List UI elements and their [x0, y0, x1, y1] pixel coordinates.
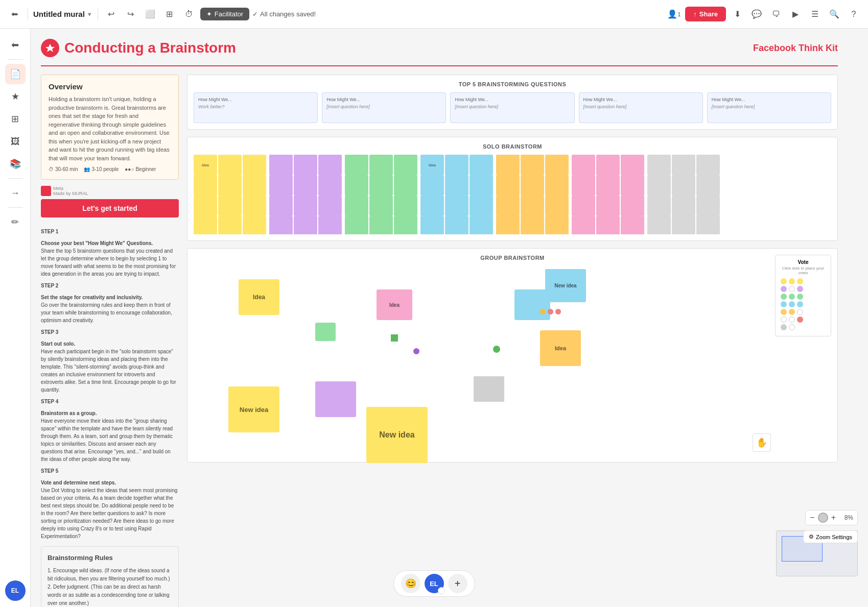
sticky-b9	[470, 196, 493, 216]
vote-dot-p2-empty[interactable]	[789, 286, 795, 292]
search-button[interactable]: 🔍	[826, 6, 842, 22]
add-participant-button[interactable]: +	[448, 574, 467, 593]
sidebar-item-export[interactable]: →	[5, 183, 26, 203]
sticky-pk5	[596, 175, 620, 196]
sticky-p2	[294, 155, 317, 175]
zoom-out-button[interactable]: −	[810, 513, 814, 522]
hand-tool[interactable]: ✋	[753, 433, 771, 452]
frame-button[interactable]: ⬜	[142, 6, 158, 22]
group-sticky-orange-idea[interactable]: Idea	[540, 330, 581, 366]
step2-label: STEP 2	[41, 282, 179, 289]
user-avatar-button[interactable]: EL	[5, 580, 26, 601]
author-text: MetaMade by MURAL	[53, 186, 88, 196]
group-sticky-pink-idea[interactable]: Idea	[377, 289, 412, 320]
vote-dot-g2[interactable]	[789, 294, 795, 300]
topbar-left: ⬅ Untitled mural ▼ ↩ ↪ ⬜ ⊞ ⏱ ✦ Facilitat…	[6, 6, 316, 22]
group-sticky-green-sm[interactable]	[315, 323, 336, 341]
sticky-pk7	[572, 196, 595, 216]
meta-time-label: 30-60 min	[55, 166, 78, 172]
undo-button[interactable]: ↩	[103, 6, 120, 22]
outline-button[interactable]: ☰	[807, 6, 823, 22]
sticky-gr1	[647, 155, 671, 175]
vote-dot-gr2-empty[interactable]	[789, 324, 795, 330]
vote-dot-o1[interactable]	[781, 309, 787, 315]
canvas-area[interactable]: Conducting a Brainstorm Facebook Think K…	[31, 29, 868, 607]
vote-dot-b2[interactable]	[789, 301, 795, 307]
timer-button[interactable]: ⏱	[181, 6, 197, 22]
sticky-gr5	[672, 175, 695, 196]
vote-dot-b1[interactable]	[781, 301, 787, 307]
sticky-p6	[318, 175, 342, 196]
vote-dot-o3-empty[interactable]	[797, 309, 803, 315]
user-button[interactable]: EL ★	[425, 574, 444, 593]
sticky-pk3	[621, 155, 644, 175]
rule-2: 2. Defer judgment. (This can be as direc…	[48, 583, 172, 607]
vote-dot-pk2-empty[interactable]	[789, 317, 795, 323]
sidebar-item-outline[interactable]: 📄	[5, 64, 26, 84]
vote-dot-o2[interactable]	[789, 309, 795, 315]
sticky-b12	[470, 216, 493, 234]
sidebar-item-images[interactable]: 🖼	[5, 131, 26, 152]
vote-dot-gr1[interactable]	[781, 324, 787, 330]
rules-box: Brainstorming Rules 1. Encourage wild id…	[41, 546, 179, 607]
present-button[interactable]: ▶	[787, 6, 804, 22]
sidebar-item-draw[interactable]: ✏	[5, 212, 26, 232]
vote-dot-b3[interactable]	[797, 301, 803, 307]
zoom-settings-button[interactable]: ⚙ Zoom Settings	[803, 530, 858, 543]
sidebar-item-library[interactable]: 📚	[5, 154, 26, 174]
zoom-in-button[interactable]: +	[831, 513, 836, 522]
sticky-b4	[420, 175, 444, 196]
zoom-slider-thumb[interactable]	[818, 513, 828, 523]
sticky-o7	[496, 196, 520, 216]
download-button[interactable]: ⬇	[729, 6, 745, 22]
zoom-level: 8%	[839, 514, 853, 521]
facilitator-button[interactable]: ✦ Facilitator	[200, 8, 249, 20]
vote-dot-p1[interactable]	[781, 286, 787, 292]
sidebar-item-favorites[interactable]: ★	[5, 86, 26, 107]
vote-dot-y2[interactable]	[789, 278, 795, 284]
chat-button[interactable]: 🗨	[768, 6, 784, 22]
sticky-b2	[445, 155, 468, 175]
mural-icon	[41, 39, 59, 57]
vote-dot-pk1-empty[interactable]	[781, 317, 787, 323]
vote-dot-y1[interactable]	[781, 278, 787, 284]
facilitator-label: Facilitator	[215, 10, 243, 18]
sticky-y2	[218, 155, 242, 175]
header-underline	[41, 65, 838, 66]
step3-title: Start out solo.	[41, 340, 179, 348]
back-button[interactable]: ⬅	[6, 6, 22, 22]
vote-dot-pk3[interactable]	[797, 317, 803, 323]
help-button[interactable]: ?	[846, 6, 862, 22]
sidebar-item-frameworks[interactable]: ⊞	[5, 109, 26, 129]
group-sticky-blue-new-idea[interactable]: New idea	[545, 269, 586, 302]
group-sticky-new-idea-big[interactable]: New idea	[366, 407, 428, 463]
group-sticky-idea[interactable]: Idea	[239, 279, 279, 315]
canvas-content: Conducting a Brainstorm Facebook Think K…	[41, 39, 838, 607]
meta-row: ⏱ 30-60 min 👥 3-10 people ●●○ Beginner	[49, 166, 171, 172]
vote-dot-y3[interactable]	[797, 278, 803, 284]
layout-button[interactable]: ⊞	[161, 6, 178, 22]
topbar-separator	[28, 8, 28, 20]
step3-body: Have each participant begin in the "solo…	[41, 348, 179, 394]
comment-button[interactable]: 💬	[748, 6, 765, 22]
question-card-5: How Might We... [Insert question here]	[707, 92, 831, 123]
questions-grid: How Might We... Work better? How Might W…	[194, 92, 831, 123]
vote-dot-p3[interactable]	[797, 286, 803, 292]
emoji-button[interactable]: 😊	[401, 574, 420, 593]
vote-dot-g3[interactable]	[797, 294, 803, 300]
mural-title-button[interactable]: Untitled mural ▼	[33, 10, 92, 18]
redo-button[interactable]: ↪	[123, 6, 139, 22]
group-sticky-new-idea-yellow[interactable]: New idea	[228, 386, 279, 432]
sticky-gr11	[672, 216, 695, 234]
share-button[interactable]: ↑ Share	[685, 7, 726, 21]
sticky-y7	[194, 196, 217, 216]
vote-row-blue	[781, 301, 826, 307]
users-button[interactable]: 👤 1	[666, 6, 682, 22]
sticky-g4	[345, 175, 368, 196]
vote-dot-g1[interactable]	[781, 294, 787, 300]
sidebar: ⬅ 📄 ★ ⊞ 🖼 📚 → ✏ EL	[0, 29, 31, 607]
sidebar-item-home[interactable]: ⬅	[5, 35, 26, 55]
group-sticky-purple-rect[interactable]	[315, 381, 356, 417]
get-started-button[interactable]: Let's get started	[41, 199, 179, 217]
sticky-g11	[369, 216, 393, 234]
